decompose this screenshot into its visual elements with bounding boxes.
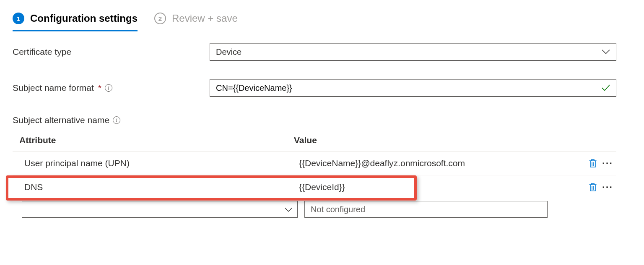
chevron-down-icon xyxy=(602,49,610,54)
table-header: Attribute Value xyxy=(13,131,616,152)
checkmark-icon xyxy=(602,85,610,91)
new-san-row: Not configured xyxy=(13,199,616,219)
more-actions-icon[interactable]: ··· xyxy=(602,157,613,169)
cell-attribute: DNS xyxy=(24,182,299,192)
step-number-1: 1 xyxy=(13,13,24,24)
trash-icon[interactable] xyxy=(589,159,597,168)
chevron-down-icon xyxy=(285,205,292,214)
row-san-label: Subject alternative name i xyxy=(13,115,631,125)
tab-label-configuration: Configuration settings xyxy=(30,13,138,24)
select-certificate-type[interactable]: Device xyxy=(210,43,616,61)
row-certificate-type: Certificate type Device xyxy=(13,43,631,61)
cell-value: {{DeviceId}} xyxy=(299,182,574,192)
info-icon[interactable]: i xyxy=(113,116,120,124)
more-actions-icon[interactable]: ··· xyxy=(602,181,613,193)
select-new-san-attribute[interactable] xyxy=(22,201,298,218)
input-new-san-value[interactable]: Not configured xyxy=(304,201,548,218)
tab-configuration-settings[interactable]: 1 Configuration settings xyxy=(13,13,138,31)
required-star-icon: * xyxy=(98,83,101,93)
table-row: User principal name (UPN) {{DeviceName}}… xyxy=(13,152,616,175)
wizard-tabs: 1 Configuration settings 2 Review + save xyxy=(13,13,631,31)
input-new-san-placeholder: Not configured xyxy=(311,205,365,214)
table-row: DNS {{DeviceId}} ··· xyxy=(13,175,616,199)
san-table: Attribute Value User principal name (UPN… xyxy=(13,131,616,219)
info-icon[interactable]: i xyxy=(105,84,112,92)
label-certificate-type: Certificate type xyxy=(13,47,210,57)
header-value: Value xyxy=(294,135,574,145)
input-subject-name-format[interactable] xyxy=(210,79,616,97)
row-subject-name-format: Subject name format * i xyxy=(13,79,631,97)
label-subject-name-format: Subject name format * i xyxy=(13,83,210,93)
tab-review-save[interactable]: 2 Review + save xyxy=(154,13,238,31)
header-actions xyxy=(574,135,616,145)
label-subject-alternative-name: Subject alternative name xyxy=(13,115,109,125)
cell-value: {{DeviceName}}@deaflyz.onmicrosoft.com xyxy=(299,158,574,168)
cell-attribute: User principal name (UPN) xyxy=(24,158,299,168)
label-subject-name-format-text: Subject name format xyxy=(13,83,94,93)
select-certificate-type-value: Device xyxy=(216,47,242,57)
step-number-2: 2 xyxy=(154,13,166,24)
input-subject-name-format-field[interactable] xyxy=(216,83,602,93)
header-attribute: Attribute xyxy=(19,135,294,145)
tab-label-review: Review + save xyxy=(172,13,238,24)
trash-icon[interactable] xyxy=(589,183,597,192)
